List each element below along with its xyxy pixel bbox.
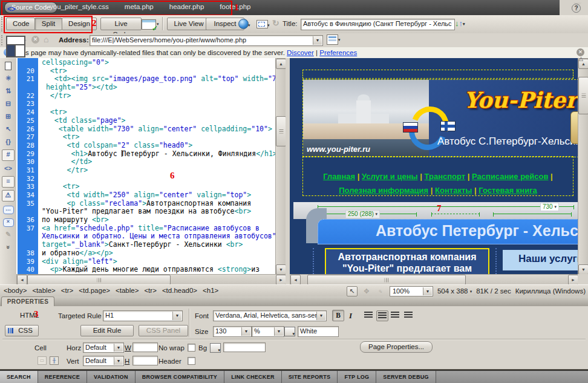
size-dropdown-icon[interactable]: ▼ xyxy=(241,327,250,336)
menu-link[interactable]: Услуги и цены xyxy=(362,172,418,181)
align-left-button[interactable] xyxy=(363,310,374,320)
code-line[interactable]: 29 <h1>Автобус Петербург - Хельсинки, Фи… xyxy=(16,150,275,159)
tag-selector-item[interactable]: <tr> xyxy=(61,287,73,294)
bold-button[interactable]: B xyxy=(332,310,344,321)
results-tab-server-debug[interactable]: SERVER DEBUG xyxy=(376,371,436,383)
code-line[interactable]: 26 <table width="730" align="center" cel… xyxy=(16,125,275,134)
visual-aids-dropdown-icon[interactable]: ▾ xyxy=(267,23,270,28)
scroll-up-icon[interactable]: ▲ xyxy=(276,59,286,69)
code-line[interactable]: height="25"></td> xyxy=(16,83,275,92)
view-options-dropdown-icon[interactable]: ▾ xyxy=(338,38,341,42)
horz-dropdown-icon[interactable]: ▼ xyxy=(114,344,123,352)
apply-comment-icon[interactable]: … xyxy=(3,206,14,214)
horz-select[interactable]: Default ▼ xyxy=(83,342,124,353)
align-justify-button[interactable] xyxy=(403,310,414,320)
split-cell-icon[interactable]: ╫ xyxy=(50,356,59,365)
code-line[interactable]: 23 xyxy=(16,100,275,108)
design-vertical-scrollbar[interactable]: ▲ ▼ xyxy=(578,58,588,275)
no-wrap-checkbox[interactable] xyxy=(188,344,195,352)
font-select[interactable]: Verdana, Arial, Helvetica, sans-serif ▼ xyxy=(213,310,327,321)
title-input[interactable]: Автобус в Финляндию (Санкт Петербург - Х… xyxy=(301,19,455,30)
code-line[interactable]: 31 </tr> xyxy=(16,166,275,175)
panel-collapse-icon[interactable]: △ xyxy=(579,56,583,62)
balance-braces-icon[interactable]: {} xyxy=(2,137,14,147)
code-line[interactable]: 36по маршруту <br> xyxy=(16,216,275,224)
select-parent-tag-icon[interactable]: ↖ xyxy=(2,124,14,134)
preview-in-browser-icon[interactable] xyxy=(238,19,249,29)
check-page-dropdown-icon[interactable]: ▾ xyxy=(157,22,159,27)
zoom-tool-icon[interactable]: ♀ xyxy=(374,284,387,298)
syntax-error-alerts-icon[interactable]: ⚠ xyxy=(2,190,15,201)
preview-dropdown-icon[interactable]: ▾ xyxy=(248,23,250,28)
merge-cells-icon[interactable]: ▭ xyxy=(38,356,47,365)
text-color-swatch[interactable] xyxy=(284,327,295,336)
code-line[interactable]: 32 xyxy=(16,175,275,183)
tag-selector-item[interactable]: <table> xyxy=(116,287,139,294)
edit-rule-button[interactable]: Edit Rule xyxy=(80,325,134,336)
promo-cell[interactable]: Автотранспортная компания "You-Piter" пр… xyxy=(325,248,489,274)
code-line[interactable]: 27 <tr> xyxy=(16,133,275,142)
scroll-left-icon[interactable]: ◄ xyxy=(290,275,301,285)
code-line[interactable]: 33 <tr> xyxy=(16,183,275,191)
word-wrap-icon[interactable]: ≡ xyxy=(2,176,15,188)
help-icon[interactable]: ? xyxy=(572,4,581,13)
menu-link[interactable]: Транспорт xyxy=(425,172,466,181)
check-page-icon[interactable]: ✓ xyxy=(142,19,156,30)
results-tab-search[interactable]: SEARCH xyxy=(0,371,38,383)
align-right-button[interactable] xyxy=(390,310,400,320)
hand-tool-icon[interactable]: ✥ xyxy=(362,287,371,296)
text-color-input[interactable]: White xyxy=(298,326,339,337)
address-dropdown-icon[interactable]: ▼ xyxy=(313,36,322,45)
size-unit-dropdown-icon[interactable]: ▼ xyxy=(274,327,283,336)
menu-link[interactable]: Гостевая книга xyxy=(479,186,537,195)
vert-select[interactable]: Default ▼ xyxy=(83,356,124,366)
scroll-right-icon[interactable]: ► xyxy=(276,275,286,285)
results-tab-ftp-log[interactable]: FTP LOG xyxy=(338,371,376,383)
line-numbers-icon[interactable]: # xyxy=(2,149,15,161)
page-properties-button[interactable]: Page Properties... xyxy=(360,341,433,353)
align-center-button[interactable] xyxy=(376,310,388,321)
visual-aids-icon[interactable] xyxy=(256,20,268,28)
results-tab-browser-compatibility[interactable]: BROWSER COMPATIBILITY xyxy=(136,371,224,383)
tag-selector-item[interactable]: <table> xyxy=(32,287,55,294)
css-mode-button[interactable]: CSS xyxy=(5,325,39,336)
design-view-pane[interactable]: www.you-piter.ru You-Piter Автобус С.Пет… xyxy=(290,58,578,274)
scroll-down-icon[interactable]: ▼ xyxy=(578,264,588,275)
size-select[interactable]: 130 ▼ xyxy=(213,326,252,337)
table-width-bar[interactable]: 730 ▾ 250 (288) ▾ xyxy=(293,202,578,219)
code-line[interactable]: cellspacing="0"> xyxy=(16,59,275,67)
tag-selector-item[interactable]: <body> xyxy=(4,287,27,294)
window-size-select[interactable]: 504 x 388 ▾ xyxy=(437,287,472,295)
css-panel-button[interactable]: CSS Panel xyxy=(139,325,188,336)
code-line[interactable]: 25 <td class="page"> xyxy=(16,117,275,125)
code-line[interactable]: target="_blank">Санкт-Петербург - Хельси… xyxy=(16,241,275,249)
code-line[interactable]: "You-Piter" предлагает вам поездки на ав… xyxy=(16,208,275,216)
header-checkbox[interactable] xyxy=(188,357,195,365)
targeted-rule-dropdown-icon[interactable]: ▼ xyxy=(172,312,181,320)
stop-icon[interactable]: ✕ xyxy=(31,36,39,44)
code-line[interactable]: 39<div align="left"> xyxy=(16,258,275,266)
results-tab-reference[interactable]: REFERENCE xyxy=(38,371,87,383)
code-line[interactable]: 20 <tr> xyxy=(16,67,275,76)
code-line[interactable]: 38и обратно</a></p> xyxy=(16,249,275,258)
menu-link[interactable]: Главная xyxy=(323,172,355,181)
design-hscroll-thumb[interactable] xyxy=(307,275,466,285)
home-icon[interactable]: ⌂ xyxy=(44,34,48,44)
menu-link[interactable]: Контакты xyxy=(435,186,472,195)
code-navigator-icon[interactable]: ✳ xyxy=(2,73,14,83)
code-line[interactable]: 34 <td width="250" align="center" valign… xyxy=(16,191,275,200)
font-dropdown-icon[interactable]: ▼ xyxy=(316,312,325,320)
collapse-selection-icon[interactable]: ⊟ xyxy=(2,99,14,109)
preferences-link[interactable]: Preferences xyxy=(319,49,357,56)
tag-selector-item[interactable]: <td.head0> xyxy=(162,287,197,294)
results-tab-link-checker[interactable]: LINK CHECKER xyxy=(224,371,282,383)
tag-selector-item[interactable]: <h1> xyxy=(203,287,218,294)
column-width-menu[interactable]: 250 (288) ▾ xyxy=(345,210,380,218)
code-line[interactable]: Хельсинки и обратно. Цены и места отправ… xyxy=(16,232,275,241)
highlight-invalid-code-icon[interactable]: <> xyxy=(2,163,14,174)
page-heading-band[interactable]: Автобус Петербург - Хельсин xyxy=(318,219,578,244)
expand-all-icon[interactable]: ⊞ xyxy=(2,111,14,122)
bg-color-input[interactable] xyxy=(223,342,266,352)
italic-button[interactable]: I xyxy=(349,311,352,321)
code-line[interactable]: 35 <p class="reclama">Автотранспортная к… xyxy=(16,200,275,208)
